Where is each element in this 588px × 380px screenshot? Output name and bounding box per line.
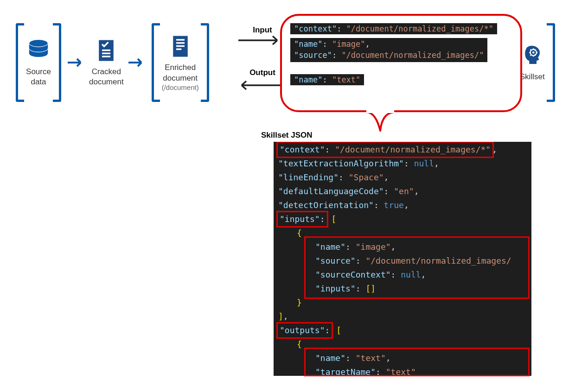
bubble-input-block: "name": "image", "source": "/document/no… — [290, 38, 487, 62]
svg-rect-5 — [102, 56, 110, 57]
arrow-input — [237, 35, 281, 46]
bubble-tail — [362, 110, 399, 133]
source-label: Source data — [26, 67, 51, 87]
output-label: Output — [246, 68, 279, 77]
svg-rect-4 — [102, 52, 110, 54]
cracked-label: Cracked document — [89, 67, 124, 87]
step-cracked: Cracked document — [89, 38, 124, 87]
svg-rect-8 — [176, 42, 185, 44]
step-source: Source data — [26, 38, 51, 87]
arrow-2 — [128, 57, 146, 68]
input-label: Input — [246, 25, 279, 35]
enriched-sub: (/document) — [162, 83, 199, 91]
database-icon — [26, 38, 51, 63]
arrow-output — [237, 80, 281, 91]
document-check-icon — [94, 38, 119, 63]
arrow-1 — [67, 57, 85, 68]
svg-rect-7 — [176, 39, 185, 41]
step-skillset: Skillset — [520, 43, 545, 82]
bubble-context: "context": "/document/normalized_images/… — [290, 23, 497, 34]
svg-rect-3 — [102, 50, 110, 51]
svg-rect-9 — [176, 45, 185, 47]
json-heading: Skillset JSON — [261, 131, 313, 140]
document-lines-icon — [168, 34, 193, 59]
svg-rect-10 — [176, 49, 181, 50]
head-gear-icon — [520, 43, 545, 68]
step-enriched: Enriched document (/document) — [162, 34, 199, 91]
skillset-json-code: "context": "/document/normalized_images/… — [274, 142, 531, 376]
enriched-label: Enriched document — [163, 63, 198, 83]
svg-point-12 — [532, 51, 535, 54]
skillset-label: Skillset — [520, 72, 545, 82]
bubble-output-name: "name": "text" — [290, 74, 364, 85]
callout-bubble: "context": "/document/normalized_images/… — [280, 14, 522, 112]
